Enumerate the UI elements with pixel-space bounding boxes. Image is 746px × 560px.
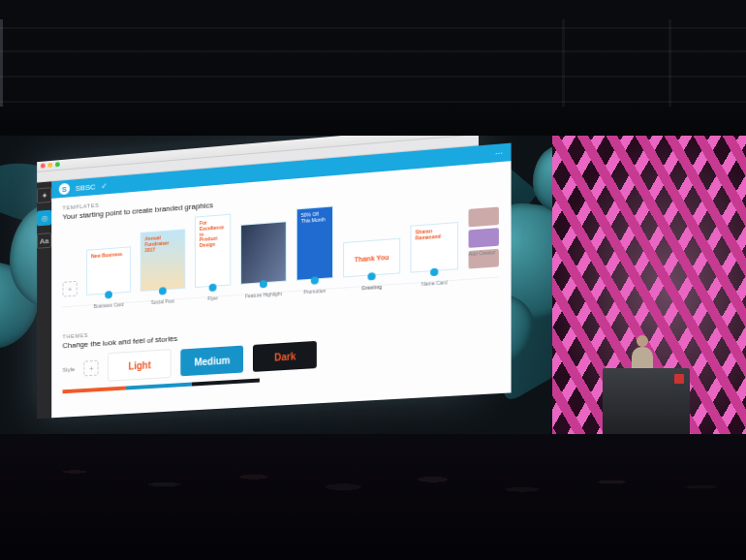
audience-silhouettes [0,434,746,560]
theme-light[interactable]: Light [108,349,171,382]
template-feature-highlight[interactable]: Feature Highlight [240,221,287,285]
theme-dark[interactable]: Dark [253,341,317,372]
verified-check-icon: ✓ [101,181,108,190]
brand-logo-badge[interactable]: S [59,183,70,196]
keynote-photo: ✦ ◎ Aa S SBSC ✓ ⋯ TEMPLATES [0,0,746,560]
creator-avatars[interactable]: Add Creator [469,207,499,269]
template-promotion[interactable]: 50% Off This Month Promotion [296,205,333,280]
theme-medium[interactable]: Medium [181,346,244,377]
template-greeting[interactable]: Thank You Greeting [343,238,400,278]
brand-name: SBSC [76,182,96,193]
add-theme-button[interactable]: + [84,360,99,377]
share-button[interactable]: ⋯ [495,148,503,158]
projected-app-window: ✦ ◎ Aa S SBSC ✓ ⋯ TEMPLATES [37,136,479,417]
template-name-card[interactable]: Sharan Ramanand Name Card [410,222,458,273]
app-left-rail: ✦ ◎ Aa [37,181,51,419]
brand-icon[interactable]: ◎ [37,210,51,227]
add-template-button[interactable]: + [63,281,78,297]
ceiling-rigging [0,0,746,145]
stage-podium [603,368,690,442]
template-flyer[interactable]: For Excellence in Product Design Flyer [195,214,231,288]
window-traffic-lights [41,162,60,169]
spark-icon[interactable]: ✦ [37,187,51,203]
template-social-post[interactable]: Annual Fundraiser 2017 Social Post [140,229,186,292]
template-business-card[interactable]: New Business Business Card [86,246,131,295]
type-icon[interactable]: Aa [37,233,51,249]
stage-led-wall: ✦ ◎ Aa S SBSC ✓ ⋯ TEMPLATES [0,136,746,446]
theme-row-label: Style [63,366,76,373]
